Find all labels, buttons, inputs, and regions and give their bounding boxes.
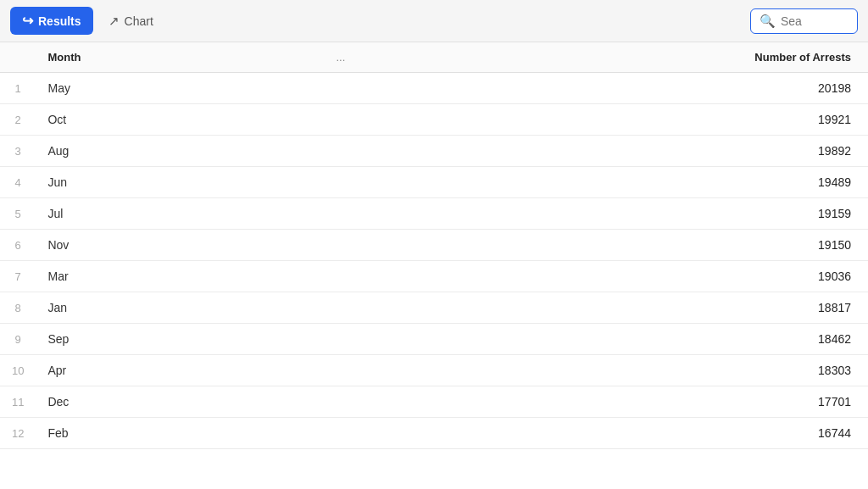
table-body: 1May201982Oct199213Aug198924Jun194895Jul… [0,73,868,449]
col-header-arrests[interactable]: Number of Arrests [578,42,868,73]
table-row: 2Oct19921 [0,104,868,136]
cell-ellipsis [324,136,578,167]
cell-arrests: 19921 [578,104,868,136]
cell-ellipsis [324,418,578,449]
cell-month: Sep [36,324,324,355]
results-button[interactable]: ↪ Results [10,7,93,35]
cell-row-num: 6 [0,230,36,261]
table-row: 6Nov19150 [0,230,868,261]
cell-row-num: 9 [0,324,36,355]
cell-arrests: 19159 [578,198,868,230]
cell-arrests: 18462 [578,324,868,355]
cell-month: Jun [36,167,324,198]
table-row: 10Apr18303 [0,355,868,386]
table-row: 5Jul19159 [0,198,868,230]
col-header-ellipsis[interactable]: ... [324,42,578,73]
cell-ellipsis [324,386,578,418]
table-row: 4Jun19489 [0,167,868,198]
search-box[interactable]: 🔍 [750,8,858,34]
cell-arrests: 20198 [578,73,868,104]
cell-arrests: 18817 [578,292,868,324]
toolbar: ↪ Results ↗ Chart 🔍 [0,0,868,42]
cell-ellipsis [324,261,578,292]
cell-row-num: 11 [0,386,36,418]
col-header-num [0,42,36,73]
cell-month: Dec [36,386,324,418]
results-label: Results [38,14,81,28]
cell-arrests: 19892 [578,136,868,167]
table-row: 12Feb16744 [0,418,868,449]
table-row: 11Dec17701 [0,386,868,418]
cell-arrests: 18303 [578,355,868,386]
cell-row-num: 1 [0,73,36,104]
cell-ellipsis [324,324,578,355]
cell-month: Oct [36,104,324,136]
table-row: 3Aug19892 [0,136,868,167]
cell-arrests: 19150 [578,230,868,261]
table-row: 1May20198 [0,73,868,104]
cell-ellipsis [324,230,578,261]
chart-icon: ↗ [108,14,120,29]
cell-ellipsis [324,355,578,386]
cell-month: Apr [36,355,324,386]
table-row: 9Sep18462 [0,324,868,355]
cell-row-num: 8 [0,292,36,324]
table-row: 8Jan18817 [0,292,868,324]
cell-row-num: 2 [0,104,36,136]
cell-ellipsis [324,104,578,136]
cell-arrests: 19489 [578,167,868,198]
cell-month: Nov [36,230,324,261]
col-header-month[interactable]: Month [36,42,324,73]
results-table: Month ... Number of Arrests 1May201982Oc… [0,42,868,449]
cell-row-num: 4 [0,167,36,198]
cell-month: Feb [36,418,324,449]
cell-row-num: 5 [0,198,36,230]
cell-row-num: 10 [0,355,36,386]
table-row: 7Mar19036 [0,261,868,292]
cell-row-num: 7 [0,261,36,292]
cell-month: May [36,73,324,104]
cell-ellipsis [324,198,578,230]
cell-ellipsis [324,167,578,198]
cell-month: Mar [36,261,324,292]
search-input[interactable] [781,14,849,28]
cell-month: Jan [36,292,324,324]
cell-arrests: 17701 [578,386,868,418]
arrow-right-icon: ↪ [22,13,33,29]
cell-row-num: 3 [0,136,36,167]
chart-label: Chart [125,14,153,28]
cell-month: Jul [36,198,324,230]
chart-button[interactable]: ↗ Chart [97,8,165,35]
cell-ellipsis [324,292,578,324]
table-container: Month ... Number of Arrests 1May201982Oc… [0,42,868,449]
cell-ellipsis [324,73,578,104]
cell-arrests: 16744 [578,418,868,449]
cell-arrests: 19036 [578,261,868,292]
search-icon: 🔍 [760,14,776,29]
cell-row-num: 12 [0,418,36,449]
cell-month: Aug [36,136,324,167]
table-header-row: Month ... Number of Arrests [0,42,868,73]
